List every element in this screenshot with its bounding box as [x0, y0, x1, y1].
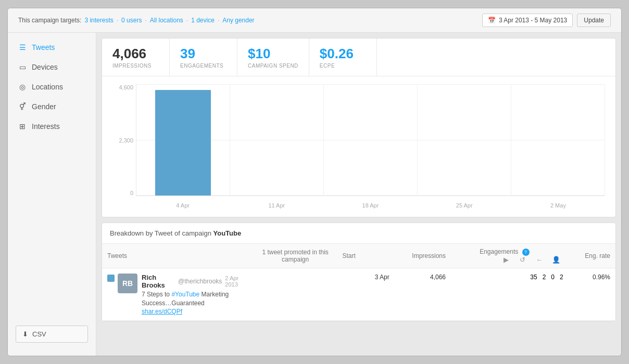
chart-columns — [136, 84, 605, 196]
interests-icon: ⊞ — [18, 122, 27, 131]
campaign-targets: This campaign targets: 3 interests · 0 u… — [18, 17, 255, 24]
content-area: 4,066 IMPRESSIONS 39 ENGAGEMENTS $10 CAM… — [96, 33, 621, 356]
impressions-col: 4,066 — [389, 274, 446, 281]
x-label-4: 25 Apr — [418, 202, 511, 209]
tweet-indicator — [107, 275, 115, 282]
sidebar: ☰ Tweets ▭ Devices ◎ Locations ⚥ Gender … — [8, 33, 96, 356]
sidebar-label-locations: Locations — [32, 83, 63, 91]
y-label-top: 4,600 — [112, 84, 133, 90]
col-promoted-header: 1 tweet promoted in this campaign — [248, 249, 343, 263]
impressions-cell: 4,066 IMPRESSIONS — [102, 38, 170, 76]
campaign-name: YouTube — [213, 229, 242, 237]
tweet-line1: 7 Steps to — [142, 291, 171, 298]
stats-row: 4,066 IMPRESSIONS 39 ENGAGEMENTS $10 CAM… — [102, 38, 615, 76]
follows-val: 2 — [560, 274, 563, 281]
x-label-1: 4 Apr — [136, 202, 230, 209]
chart-container: 4,600 2,300 0 — [102, 76, 615, 217]
chart-col-5 — [511, 84, 605, 196]
tweet-hashtag-link[interactable]: #YouTube — [171, 291, 199, 298]
start-col-label: Start — [342, 252, 355, 259]
ecpe-cell: $0.26 ECPE — [309, 38, 377, 76]
update-button[interactable]: Update — [577, 14, 611, 27]
dot3: · — [186, 17, 188, 24]
y-label-mid: 2,300 — [112, 137, 133, 144]
sidebar-item-interests[interactable]: ⊞ Interests — [8, 117, 96, 136]
impressions-label: IMPRESSIONS — [112, 63, 159, 69]
sidebar-label-interests: Interests — [32, 122, 60, 131]
col-start-header: Start — [342, 252, 389, 259]
campaign-spend-label: CAMPAIGN SPEND — [248, 63, 298, 69]
col-engrate-header: Eng. rate — [563, 252, 610, 259]
col-tweets-header: Tweets — [107, 252, 248, 259]
col-impressions-header: Impressions — [389, 252, 446, 259]
total-eng: 35 — [530, 274, 537, 281]
engagements-label: ENGAGEMENTS — [180, 63, 227, 69]
sidebar-label-devices: Devices — [32, 63, 58, 71]
y-axis: 4,600 2,300 0 — [112, 84, 133, 196]
engagements-col-label: Engagements — [480, 248, 518, 255]
ecpe-label: ECPE — [320, 63, 366, 69]
sidebar-item-locations[interactable]: ◎ Locations — [8, 77, 96, 96]
avatar: RB — [118, 274, 137, 293]
tweets-icon: ☰ — [18, 43, 27, 51]
retweets-val: 2 — [543, 274, 546, 281]
click-icon: ▶ — [499, 256, 513, 264]
tweets-col-label: Tweets — [107, 252, 127, 259]
csv-label: CSV — [32, 330, 46, 338]
engrate-col-label: Eng. rate — [585, 252, 610, 259]
calendar-icon: 📅 — [488, 17, 496, 24]
col-engagements-header: Engagements ? ▶ ↺ ← 👤 — [446, 248, 563, 264]
dot2: · — [145, 17, 146, 24]
follow-icon: 👤 — [549, 256, 563, 264]
locations-icon: ◎ — [18, 83, 27, 91]
top-bar: This campaign targets: 3 interests · 0 u… — [8, 8, 621, 33]
tweet-date: 2 Apr 2013 — [225, 275, 248, 288]
help-icon[interactable]: ? — [522, 249, 530, 256]
empty-cell — [377, 38, 615, 76]
bar-1 — [155, 90, 211, 196]
interests-link[interactable]: 3 interests — [84, 17, 113, 24]
chart-area: 4,600 2,300 0 — [112, 84, 605, 212]
ecpe-value: $0.26 — [320, 46, 366, 62]
engagements-col: 35 2 0 2 — [446, 274, 563, 281]
chart-inner — [136, 84, 605, 196]
date-picker[interactable]: 📅 3 Apr 2013 - 5 May 2013 — [482, 14, 573, 27]
devices-icon: ▭ — [18, 63, 27, 71]
start-col: 3 Apr — [342, 274, 389, 281]
user-handle: @therichbrooks — [178, 278, 222, 285]
chart-col-2 — [230, 84, 324, 196]
csv-button[interactable]: ⬇ CSV — [16, 326, 88, 343]
sidebar-label-gender: Gender — [32, 102, 56, 111]
chart-col-1 — [136, 84, 230, 196]
tweet-url-link[interactable]: shar.es/dCQPf — [142, 308, 182, 315]
main-body: ☰ Tweets ▭ Devices ◎ Locations ⚥ Gender … — [8, 33, 621, 356]
x-label-2: 11 Apr — [230, 202, 323, 209]
campaign-spend-value: $10 — [248, 46, 298, 62]
x-axis: 4 Apr 11 Apr 18 Apr 25 Apr 2 May — [136, 199, 605, 212]
locations-link[interactable]: All locations — [150, 17, 183, 24]
campaign-targets-label: This campaign targets: — [18, 17, 81, 24]
breakdown-header: Breakdown by Tweet of campaign YouTube — [102, 223, 615, 244]
tweet-text: 7 Steps to #YouTube Marketing Success…Gu… — [142, 290, 248, 308]
tweet-col: RB Rich Brooks @therichbrooks 2 Apr 2013… — [107, 274, 248, 315]
device-link[interactable]: 1 device — [191, 17, 215, 24]
users-link[interactable]: 0 users — [121, 17, 142, 24]
campaign-spend-cell: $10 CAMPAIGN SPEND — [237, 38, 309, 76]
replies-val: 0 — [551, 274, 555, 281]
app-container: This campaign targets: 3 interests · 0 u… — [7, 8, 622, 356]
dot4: · — [218, 17, 219, 24]
sidebar-item-gender[interactable]: ⚥ Gender — [8, 97, 96, 116]
impressions-value: 4,066 — [112, 46, 159, 62]
breakdown-prefix: Breakdown by Tweet of campaign — [110, 229, 211, 237]
date-controls: 📅 3 Apr 2013 - 5 May 2013 Update — [482, 14, 611, 27]
x-label-3: 18 Apr — [323, 202, 417, 209]
tweet-user-line: Rich Brooks @therichbrooks 2 Apr 2013 — [142, 274, 248, 289]
y-label-bottom: 0 — [112, 190, 133, 196]
tweet-content: Rich Brooks @therichbrooks 2 Apr 2013 7 … — [142, 274, 248, 315]
promoted-col-label: 1 tweet promoted in this campaign — [262, 249, 328, 263]
sidebar-item-tweets[interactable]: ☰ Tweets — [8, 38, 96, 57]
breakdown-panel: Breakdown by Tweet of campaign YouTube T… — [102, 223, 616, 321]
sidebar-item-devices[interactable]: ▭ Devices — [8, 58, 96, 76]
gender-icon: ⚥ — [18, 102, 27, 111]
gender-link[interactable]: Any gender — [222, 17, 254, 24]
